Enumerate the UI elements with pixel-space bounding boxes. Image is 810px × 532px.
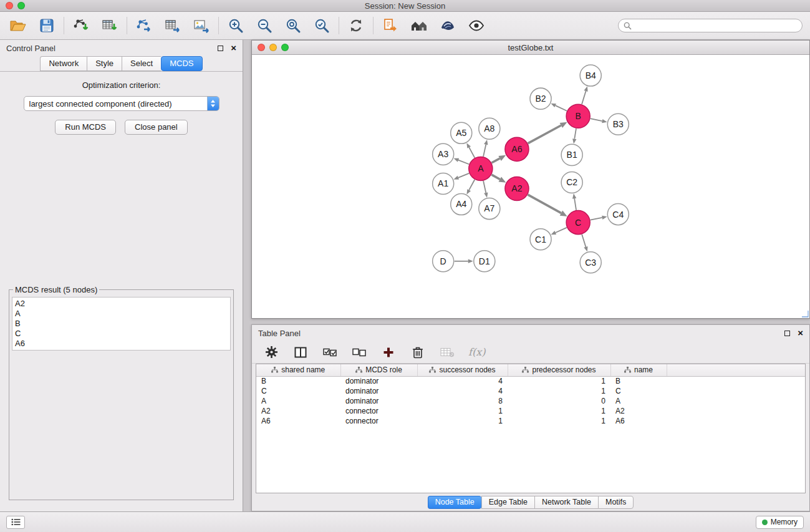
graph-edge-A-A8[interactable] xyxy=(483,145,486,157)
table-cell[interactable]: 1 xyxy=(417,416,508,426)
graph-edge-A-A5[interactable] xyxy=(469,147,475,158)
table-cell[interactable]: 1 xyxy=(508,406,610,416)
graph-edge-B-B2[interactable] xyxy=(556,105,567,111)
table-cell[interactable]: dominator xyxy=(340,376,417,386)
tab-mcds[interactable]: MCDS xyxy=(161,56,202,71)
table-cell[interactable]: dominator xyxy=(340,396,417,406)
show-hide-panel-button[interactable] xyxy=(466,16,487,36)
open-folder-button[interactable] xyxy=(7,16,29,36)
tab-network-table[interactable]: Network Table xyxy=(534,496,598,509)
network-canvas[interactable]: B4B2BB3A5A8A6A3B1AA1C2A2A4A7C4CC1C3DD1 xyxy=(252,55,809,318)
graph-edge-A6-B[interactable] xyxy=(528,125,561,143)
table-row[interactable]: Cdominator41C xyxy=(256,386,805,396)
tab-edge-table[interactable]: Edge Table xyxy=(481,496,534,509)
result-item[interactable]: B xyxy=(15,319,228,329)
graph-edge-A-A1[interactable] xyxy=(458,173,469,178)
graph-edge-A2-C[interactable] xyxy=(528,195,561,213)
result-item[interactable]: A xyxy=(15,309,228,319)
zoom-out-button[interactable] xyxy=(254,16,275,36)
memory-button[interactable]: Memory xyxy=(756,516,804,529)
graph-edge-B-B3[interactable] xyxy=(591,118,602,121)
graph-edge-A-A3[interactable] xyxy=(458,160,469,165)
network-graph[interactable]: B4B2BB3A5A8A6A3B1AA1C2A2A4A7C4CC1C3DD1 xyxy=(252,55,809,318)
table-cell[interactable]: 4 xyxy=(417,386,508,396)
save-session-button[interactable] xyxy=(36,16,57,36)
graph-edge-C-C2[interactable] xyxy=(574,198,576,210)
result-item[interactable]: A2 xyxy=(15,299,228,309)
float-table-panel-icon[interactable] xyxy=(784,331,790,336)
delete-columns-button[interactable] xyxy=(410,344,426,360)
zoom-fit-button[interactable] xyxy=(282,16,304,36)
table-cell[interactable]: A xyxy=(610,396,667,406)
optimization-criterion-dropdown[interactable]: largest connected component (directed) xyxy=(24,96,219,111)
column-header-predecessor-nodes[interactable]: predecessor nodes xyxy=(508,364,610,376)
table-cell[interactable]: connector xyxy=(340,416,417,426)
create-new-column-button[interactable] xyxy=(380,344,397,360)
export-image-button[interactable] xyxy=(191,16,212,36)
network-window-titlebar[interactable]: testGlobe.txt xyxy=(252,41,809,55)
tab-node-table[interactable]: Node Table xyxy=(428,496,481,509)
search-box[interactable] xyxy=(618,19,803,32)
graphics-details-button[interactable] xyxy=(437,16,458,36)
table-cell[interactable]: A6 xyxy=(610,416,667,426)
network-minimize-button[interactable] xyxy=(269,44,277,51)
graph-edge-B-B1[interactable] xyxy=(574,128,576,139)
tab-style[interactable]: Style xyxy=(87,56,122,71)
close-table-panel-icon[interactable]: × xyxy=(798,329,803,337)
import-table-button[interactable] xyxy=(99,16,120,36)
panel-menu-button[interactable] xyxy=(6,516,25,529)
close-control-panel-icon[interactable]: × xyxy=(231,44,236,52)
show-columns-button[interactable] xyxy=(292,344,309,360)
export-table-button[interactable] xyxy=(162,16,183,36)
table-cell[interactable]: 0 xyxy=(508,396,610,406)
float-control-panel-icon[interactable] xyxy=(218,46,223,51)
search-input[interactable] xyxy=(635,21,797,30)
graph-edge-A-A2[interactable] xyxy=(491,175,499,179)
graph-edge-C-C4[interactable] xyxy=(591,218,602,220)
table-cell[interactable]: 1 xyxy=(508,386,610,396)
table-cell[interactable]: 1 xyxy=(508,376,610,386)
table-cell[interactable]: 8 xyxy=(417,396,508,406)
table-cell[interactable]: B xyxy=(256,376,340,386)
import-network-button[interactable] xyxy=(70,16,92,36)
zoom-selected-button[interactable] xyxy=(311,16,332,36)
select-all-columns-button[interactable] xyxy=(322,344,338,360)
resize-grip-icon[interactable] xyxy=(801,310,809,317)
network-close-button[interactable] xyxy=(258,44,265,51)
graph-edge-A-A7[interactable] xyxy=(483,181,486,193)
graph-edge-C-C1[interactable] xyxy=(556,228,567,233)
tab-motifs[interactable]: Motifs xyxy=(598,496,634,509)
zoom-window-button[interactable] xyxy=(17,2,25,9)
graph-edge-B-B4[interactable] xyxy=(582,91,586,104)
close-panel-button[interactable]: Close panel xyxy=(125,120,188,135)
table-cell[interactable]: C xyxy=(610,386,667,396)
home-button[interactable] xyxy=(408,16,430,36)
close-window-button[interactable] xyxy=(6,2,13,9)
tab-network[interactable]: Network xyxy=(40,56,87,71)
table-cell[interactable]: A6 xyxy=(256,416,340,426)
table-settings-button[interactable] xyxy=(263,344,279,360)
table-cell[interactable]: A xyxy=(256,396,340,406)
node-table[interactable]: shared nameMCDS rolesuccessor nodesprede… xyxy=(256,364,806,493)
table-cell[interactable]: connector xyxy=(340,406,417,416)
refresh-view-button[interactable] xyxy=(345,16,367,36)
open-session-file-button[interactable] xyxy=(380,16,401,36)
graph-edge-C-C3[interactable] xyxy=(582,235,586,247)
table-row[interactable]: A2connector11A2 xyxy=(256,406,805,416)
table-cell[interactable]: 1 xyxy=(508,416,610,426)
zoom-in-button[interactable] xyxy=(225,16,246,36)
network-zoom-button[interactable] xyxy=(281,44,289,51)
table-cell[interactable]: C xyxy=(256,386,340,396)
table-row[interactable]: A6connector11A6 xyxy=(256,416,805,426)
table-cell[interactable]: A2 xyxy=(610,406,667,416)
table-row[interactable]: Adominator80A xyxy=(256,396,805,406)
result-item[interactable]: C xyxy=(15,329,228,339)
graph-edge-A-A4[interactable] xyxy=(469,180,475,190)
table-cell[interactable]: dominator xyxy=(340,386,417,396)
unselect-all-columns-button[interactable] xyxy=(351,344,367,360)
column-header-successor-nodes[interactable]: successor nodes xyxy=(417,364,508,376)
column-header-MCDS-role[interactable]: MCDS role xyxy=(340,364,417,376)
column-header-shared-name[interactable]: shared name xyxy=(256,364,340,376)
run-mcds-button[interactable]: Run MCDS xyxy=(55,120,116,135)
tab-select[interactable]: Select xyxy=(122,56,161,71)
